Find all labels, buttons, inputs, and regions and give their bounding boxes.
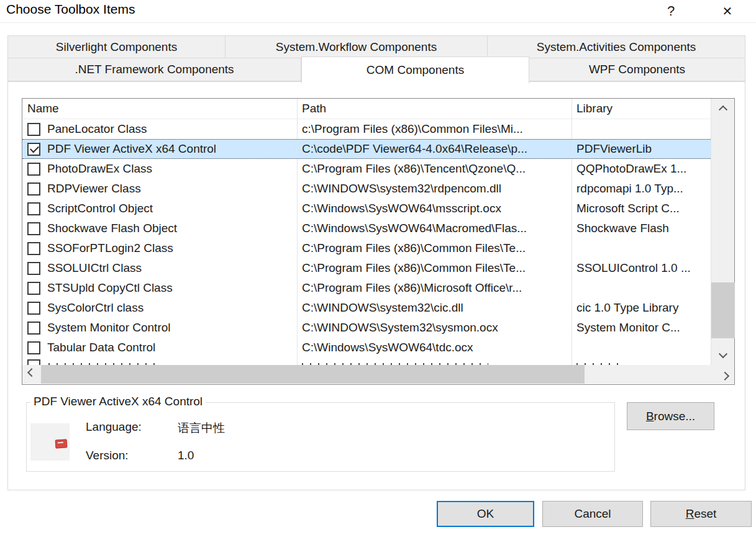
table-row[interactable]: STSUpld CopyCtl Class C:\Program Files (… <box>22 278 711 298</box>
scroll-left-button[interactable] <box>22 365 41 384</box>
tab-silverlight-components[interactable]: Silverlight Components <box>7 35 225 58</box>
component-name: PDF Viewer ActiveX x64 Control <box>47 142 216 156</box>
tab-com-components[interactable]: COM Components <box>301 56 529 83</box>
component-library: SSOLUIControl 1.0 ... <box>576 261 691 274</box>
row-checkbox[interactable] <box>27 282 40 295</box>
table-row[interactable]: RDPViewer Class C:\WINDOWS\system32\rdpe… <box>22 179 711 199</box>
table-row[interactable]: System Monitor Control C:\WINDOWS\System… <box>22 318 711 338</box>
row-checkbox[interactable] <box>27 322 40 335</box>
table-row[interactable]: SysColorCtrl class C:\WINDOWS\system32\c… <box>22 298 711 318</box>
row-checkbox <box>27 359 40 365</box>
tab-net-framework-components[interactable]: .NET Framework Components <box>7 58 301 81</box>
tab-label: Silverlight Components <box>56 40 177 54</box>
version-label: Version: <box>86 449 129 462</box>
row-checkbox[interactable] <box>27 341 40 354</box>
component-name: PhotoDrawEx Class <box>47 162 152 176</box>
partial-row <box>22 358 711 365</box>
component-library: PDFViewerLib <box>576 142 652 155</box>
dialog-title: Choose Toolbox Items <box>6 2 135 17</box>
component-icon-box <box>30 423 70 461</box>
selected-component-groupbox: PDF Viewer ActiveX x64 Control Language:… <box>26 402 615 472</box>
help-button[interactable]: ? <box>656 0 686 22</box>
list-header: Name Path Library <box>22 99 711 119</box>
component-path: C:\WINDOWS\System32\sysmon.ocx <box>302 321 498 334</box>
version-value: 1.0 <box>178 449 194 462</box>
ok-button[interactable]: OK <box>437 501 534 527</box>
tab-row-2: .NET Framework Components COM Components… <box>7 58 745 81</box>
component-name: Tabular Data Control <box>47 341 155 354</box>
tab-label: .NET Framework Components <box>75 63 234 76</box>
table-row[interactable]: Tabular Data Control C:\Windows\SysWOW64… <box>22 338 711 358</box>
close-button[interactable]: ✕ <box>713 0 742 22</box>
component-path: C:\WINDOWS\system32\rdpencom.dll <box>302 182 501 195</box>
column-header-name[interactable]: Name <box>22 102 297 115</box>
button-label: rowse... <box>654 410 696 423</box>
component-library: Shockwave Flash <box>576 222 669 235</box>
component-name: PaneLocator Class <box>47 122 147 136</box>
column-header-path[interactable]: Path <box>297 102 572 115</box>
vertical-scrollbar-thumb[interactable] <box>711 282 735 338</box>
scroll-up-button[interactable] <box>714 99 732 117</box>
component-name: STSUpld CopyCtl Class <box>47 281 173 295</box>
table-row[interactable]: PDF Viewer ActiveX x64 Control C:\code\P… <box>22 139 711 159</box>
chevron-down-icon <box>719 349 727 358</box>
choose-toolbox-items-dialog: Choose Toolbox Items ? ✕ Silverlight Com… <box>0 0 756 540</box>
component-path: C:\code\PDF Viewer64-4.0x64\Release\p... <box>302 142 527 155</box>
chevron-up-icon <box>719 106 727 114</box>
tab-wpf-components[interactable]: WPF Components <box>529 58 745 81</box>
table-row[interactable]: SSOForPTLogin2 Class C:\Program Files (x… <box>22 238 711 258</box>
component-library: rdpcomapi 1.0 Typ... <box>576 182 683 195</box>
cancel-button[interactable]: Cancel <box>542 501 643 527</box>
row-checkbox[interactable] <box>27 262 40 275</box>
row-checkbox[interactable] <box>27 222 40 235</box>
tab-label: System.Workflow Components <box>276 40 437 54</box>
button-label: eset <box>694 507 716 520</box>
component-name: SysColorCtrl class <box>47 301 143 315</box>
component-name: ScriptControl Object <box>47 202 153 215</box>
component-path: C:\Windows\SysWOW64\Macromed\Flas... <box>302 222 527 235</box>
row-checkbox[interactable] <box>27 182 40 196</box>
horizontal-scrollbar-thumb[interactable] <box>41 365 585 384</box>
chevron-left-icon <box>27 368 36 377</box>
button-label: B <box>646 410 654 423</box>
row-checkbox[interactable] <box>27 302 40 315</box>
column-header-library[interactable]: Library <box>572 102 711 115</box>
chevron-right-icon <box>721 372 729 380</box>
close-icon: ✕ <box>722 4 733 19</box>
row-checkbox[interactable] <box>27 202 40 215</box>
scroll-down-button[interactable] <box>714 346 732 365</box>
component-path: c:\Program Files (x86)\Common Files\Mi..… <box>302 122 523 135</box>
vertical-scrollbar[interactable] <box>711 99 734 365</box>
table-row[interactable]: Shockwave Flash Object C:\Windows\SysWOW… <box>22 218 711 238</box>
scroll-right-button[interactable] <box>716 365 734 384</box>
tab-label: COM Components <box>367 63 464 77</box>
component-name: SSOLUICtrl Class <box>47 261 142 275</box>
browse-button[interactable]: Browse... <box>627 402 714 430</box>
components-list: Name Path Library PaneLocator Class c:\P… <box>22 98 735 385</box>
button-label: OK <box>477 507 494 521</box>
component-path: C:\Program Files (x86)\Common Files\Te..… <box>302 241 526 254</box>
component-name: SSOForPTLogin2 Class <box>47 241 173 255</box>
component-name: System Monitor Control <box>47 321 171 335</box>
row-checkbox[interactable] <box>27 143 40 156</box>
tab-label: WPF Components <box>589 63 685 76</box>
table-row[interactable]: SSOLUICtrl Class C:\Program Files (x86)\… <box>22 258 711 278</box>
button-label: Cancel <box>574 507 611 521</box>
row-checkbox[interactable] <box>27 242 40 255</box>
pdf-icon <box>55 439 68 448</box>
component-path: C:\Program Files (x86)\Tencent\Qzone\Q..… <box>302 162 526 175</box>
row-checkbox[interactable] <box>27 163 40 176</box>
table-row[interactable]: PaneLocator Class c:\Program Files (x86)… <box>22 119 711 139</box>
table-row[interactable]: PhotoDrawEx Class C:\Program Files (x86)… <box>22 159 711 179</box>
tab-system-workflow-components[interactable]: System.Workflow Components <box>225 35 488 58</box>
language-label: Language: <box>86 420 142 434</box>
language-value: 语言中性 <box>178 420 225 436</box>
horizontal-scrollbar[interactable] <box>22 365 734 384</box>
reset-button[interactable]: Reset <box>650 501 752 527</box>
component-library: System Monitor C... <box>576 321 680 334</box>
component-library: Microsoft Script C... <box>576 202 680 215</box>
row-checkbox[interactable] <box>27 123 40 136</box>
component-path: C:\Program Files (x86)\Microsoft Office\… <box>302 281 522 294</box>
tab-system-activities-components[interactable]: System.Activities Components <box>488 35 745 58</box>
table-row[interactable]: ScriptControl Object C:\Windows\SysWOW64… <box>22 199 711 218</box>
